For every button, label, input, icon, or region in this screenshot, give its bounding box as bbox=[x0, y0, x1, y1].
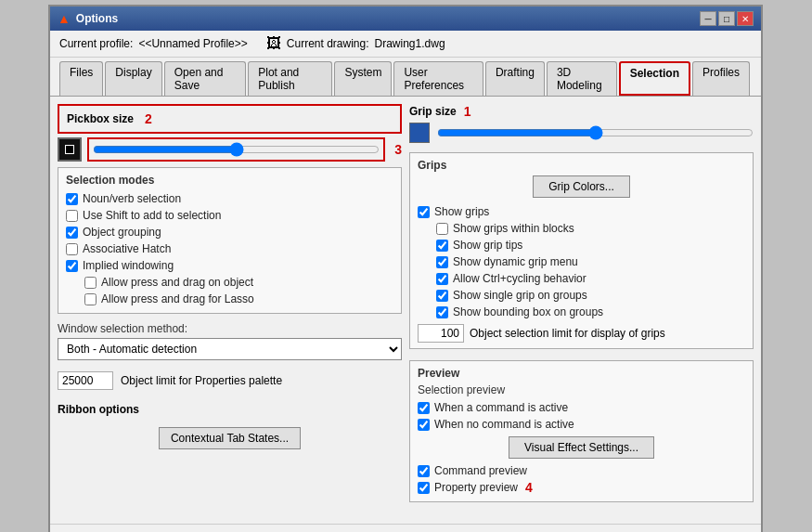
checkbox-no-cmd: When no command is active bbox=[418, 416, 745, 433]
content-area: Pickbox size 2 3 Selection modes bbox=[50, 97, 761, 524]
grips-blocks-checkbox[interactable] bbox=[436, 223, 448, 235]
preview-label: Preview bbox=[418, 367, 745, 380]
checkbox-single-grip: Show single grip on groups bbox=[418, 287, 745, 304]
grip-preview bbox=[409, 123, 430, 143]
associative-hatch-label: Associative Hatch bbox=[83, 242, 171, 255]
grips-blocks-label: Show grips within blocks bbox=[453, 222, 574, 235]
drawing-icon: 🖼 bbox=[266, 35, 281, 52]
maximize-button[interactable]: □ bbox=[718, 11, 735, 26]
show-grips-checkbox[interactable] bbox=[418, 206, 430, 218]
cmd-active-checkbox[interactable] bbox=[418, 402, 430, 414]
title-bar: ▲ Options ─ □ ✕ bbox=[50, 6, 761, 31]
tab-open-save[interactable]: Open and Save bbox=[164, 61, 247, 96]
property-preview-checkbox[interactable] bbox=[418, 482, 430, 494]
profile-right: 🖼 Current drawing: Drawing1.dwg bbox=[266, 35, 445, 52]
checkbox-shift-add: Use Shift to add to selection bbox=[66, 207, 393, 224]
tab-3d-modeling[interactable]: 3D Modeling bbox=[547, 61, 617, 96]
no-cmd-label: When no command is active bbox=[434, 418, 574, 431]
left-panel: Pickbox size 2 3 Selection modes bbox=[58, 104, 402, 516]
command-preview-checkbox[interactable] bbox=[418, 465, 430, 477]
ctrl-cycling-label: Allow Ctrl+cycling behavior bbox=[453, 272, 586, 285]
no-cmd-checkbox[interactable] bbox=[418, 419, 430, 431]
pickbox-section: Pickbox size 2 3 bbox=[58, 104, 402, 162]
checkbox-bounding-box: Show bounding box on groups bbox=[418, 304, 745, 320]
grip-size-label: Grip size bbox=[409, 105, 457, 118]
ribbon-options-label: Ribbon options bbox=[58, 403, 139, 416]
close-button[interactable]: ✕ bbox=[737, 11, 754, 26]
press-drag-checkbox[interactable] bbox=[84, 277, 97, 289]
contextual-tab-button[interactable]: Contextual Tab States... bbox=[159, 427, 301, 449]
badge-3: 3 bbox=[394, 142, 402, 157]
pickbox-slider[interactable] bbox=[93, 143, 380, 156]
window-method-label: Window selection method: bbox=[58, 322, 402, 335]
checkbox-press-drag: Allow press and drag on object bbox=[66, 274, 393, 291]
grip-tips-checkbox[interactable] bbox=[436, 240, 448, 252]
tab-files[interactable]: Files bbox=[59, 61, 103, 96]
press-drag-lasso-checkbox[interactable] bbox=[84, 293, 97, 305]
object-limit-label: Object limit for Properties palette bbox=[121, 374, 282, 387]
drawing-label: Current drawing: bbox=[287, 37, 369, 50]
shift-add-label: Use Shift to add to selection bbox=[83, 209, 221, 222]
implied-windowing-checkbox[interactable] bbox=[66, 260, 78, 272]
press-drag-label: Allow press and drag on object bbox=[101, 276, 253, 289]
pickbox-label: Pickbox size bbox=[67, 112, 134, 125]
ribbon-options-section: Ribbon options bbox=[58, 403, 402, 416]
checkbox-noun-verb: Noun/verb selection bbox=[66, 190, 393, 207]
tab-profiles[interactable]: Profiles bbox=[692, 61, 750, 96]
associative-hatch-checkbox[interactable] bbox=[66, 243, 78, 255]
single-grip-label: Show single grip on groups bbox=[453, 289, 587, 302]
grip-size-slider[interactable] bbox=[437, 126, 754, 139]
grip-size-section: Grip size 1 bbox=[409, 104, 754, 143]
grip-colors-button[interactable]: Grip Colors... bbox=[533, 175, 630, 198]
object-limit-section: Object limit for Properties palette bbox=[58, 371, 402, 390]
checkbox-cmd-active: When a command is active bbox=[418, 399, 745, 416]
checkbox-property-preview: Property preview bbox=[418, 479, 518, 496]
tab-selection[interactable]: Selection bbox=[619, 61, 690, 96]
footer: 5 OK Cancel Apply Help bbox=[50, 524, 761, 532]
checkbox-dynamic-grip: Show dynamic grip menu bbox=[418, 253, 745, 270]
preview-section: Preview Selection preview When a command… bbox=[409, 360, 754, 502]
profile-label: Current profile: bbox=[59, 37, 133, 50]
property-preview-label: Property preview bbox=[434, 481, 518, 494]
badge-2: 2 bbox=[145, 111, 152, 126]
window-method-dropdown[interactable]: Both - Automatic detection bbox=[58, 338, 402, 360]
tab-drafting[interactable]: Drafting bbox=[485, 61, 545, 96]
drawing-value: Drawing1.dwg bbox=[375, 37, 445, 50]
tab-display[interactable]: Display bbox=[105, 61, 161, 96]
noun-verb-checkbox[interactable] bbox=[66, 193, 78, 205]
window-method-section: Window selection method: Both - Automati… bbox=[58, 319, 402, 360]
window-title: Options bbox=[76, 12, 118, 25]
checkbox-object-grouping: Object grouping bbox=[66, 224, 393, 240]
ctrl-cycling-checkbox[interactable] bbox=[436, 273, 448, 285]
selection-modes-label: Selection modes bbox=[66, 174, 393, 187]
app-icon: ▲ bbox=[58, 11, 71, 26]
tab-plot-publish[interactable]: Plot and Publish bbox=[248, 61, 332, 96]
profile-bar: Current profile: <<Unnamed Profile>> 🖼 C… bbox=[50, 31, 761, 58]
object-limit-input[interactable] bbox=[58, 371, 113, 390]
dynamic-grip-label: Show dynamic grip menu bbox=[453, 255, 578, 268]
object-grouping-label: Object grouping bbox=[83, 226, 161, 239]
checkbox-grips-blocks: Show grips within blocks bbox=[418, 220, 745, 237]
options-dialog: ▲ Options ─ □ ✕ Current profile: <<Unnam… bbox=[48, 5, 763, 532]
minimize-button[interactable]: ─ bbox=[700, 11, 716, 26]
pickbox-preview bbox=[58, 137, 82, 162]
selection-modes-section: Selection modes Noun/verb selection Use … bbox=[58, 167, 402, 314]
implied-windowing-label: Implied windowing bbox=[83, 259, 174, 272]
grips-section: Grips Grip Colors... Show grips Show gri… bbox=[409, 152, 754, 349]
bounding-box-checkbox[interactable] bbox=[436, 306, 448, 318]
tab-user-preferences[interactable]: User Preferences bbox=[393, 61, 483, 96]
single-grip-checkbox[interactable] bbox=[436, 290, 448, 302]
profile-value: <<Unnamed Profile>> bbox=[138, 37, 247, 50]
checkbox-press-drag-lasso: Allow press and drag for Lasso bbox=[66, 291, 393, 307]
badge-4: 4 bbox=[525, 480, 533, 495]
pickbox-inner bbox=[65, 145, 74, 154]
title-bar-left: ▲ Options bbox=[58, 11, 118, 26]
press-drag-lasso-label: Allow press and drag for Lasso bbox=[101, 292, 254, 305]
dynamic-grip-checkbox[interactable] bbox=[436, 256, 448, 268]
tab-system[interactable]: System bbox=[334, 61, 392, 96]
shift-add-checkbox[interactable] bbox=[66, 210, 78, 222]
grips-label: Grips bbox=[418, 159, 745, 172]
object-grouping-checkbox[interactable] bbox=[66, 227, 78, 239]
selection-limit-input[interactable] bbox=[418, 324, 464, 343]
visual-effect-button[interactable]: Visual Effect Settings... bbox=[509, 436, 654, 459]
